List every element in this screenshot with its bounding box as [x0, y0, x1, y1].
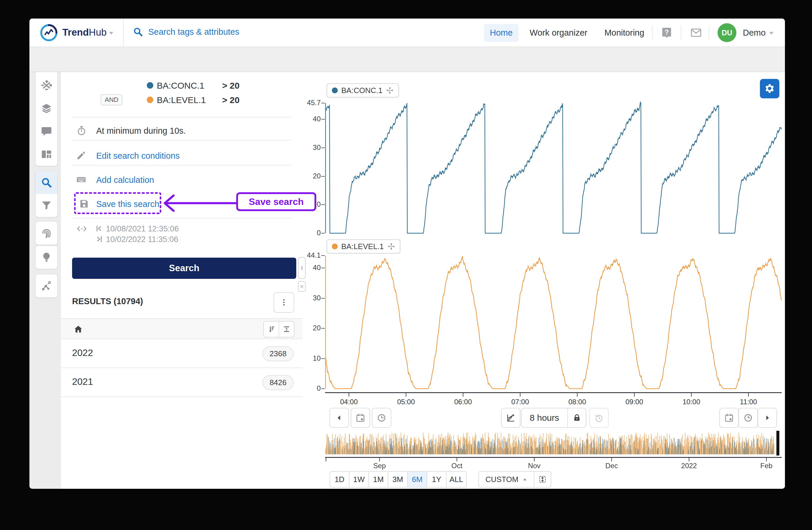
- collapse-rows-button[interactable]: [279, 322, 294, 337]
- custom-range-group: CUSTOM: [478, 471, 551, 488]
- stopwatch-icon: [76, 125, 87, 136]
- duration-text: At minimum during 10s.: [96, 126, 186, 136]
- search-conditions: BA:CONC.1> 20ANDBA:LEVEL.1> 20: [61, 72, 302, 119]
- result-count-badge: 2368: [262, 346, 294, 361]
- topbar-divider: [123, 18, 124, 47]
- condition-color-dot: [147, 82, 153, 89]
- topbar-divider: [709, 26, 709, 40]
- result-row[interactable]: 20218426: [61, 368, 302, 397]
- top-bar: TrendHub Search tags & attributes HomeWo…: [29, 18, 785, 47]
- pencil-icon: [76, 151, 86, 161]
- zoom-preset-1w[interactable]: 1W: [349, 472, 369, 487]
- custom-range-label: CUSTOM: [485, 475, 518, 484]
- global-search-field[interactable]: Search tags & attributes: [133, 27, 240, 37]
- rail-item-dashboard[interactable]: [35, 143, 57, 166]
- app-title-bold: Trend: [62, 27, 89, 38]
- overview-axis-tick: [534, 458, 535, 461]
- app-title-light: Hub: [89, 27, 107, 38]
- overview-month-label: Oct: [439, 462, 475, 470]
- overview-axis-tick: [379, 458, 380, 461]
- rail-group: [35, 275, 57, 297]
- sort-descending-button[interactable]: [264, 322, 279, 337]
- rail-item-filter[interactable]: [35, 194, 57, 217]
- overview-axis-tick: [456, 458, 457, 461]
- save-search-callout-label: Save search: [249, 196, 304, 207]
- network-icon: [41, 280, 52, 292]
- workspace-chevron-down-icon[interactable]: [108, 31, 114, 36]
- legend-chip[interactable]: BA:LEVEL.1: [327, 239, 401, 253]
- search-button[interactable]: Search: [72, 257, 296, 279]
- calculator-icon: [76, 175, 87, 185]
- edit-conditions-link[interactable]: Edit search conditions: [61, 145, 302, 166]
- annotation-arrow: [159, 191, 241, 215]
- timeline-axis: SepOctNovDec2022Feb: [302, 72, 785, 489]
- result-row-label: 2022: [72, 347, 93, 358]
- save-search-highlight-box: [74, 192, 161, 214]
- lightbulb-icon: [41, 252, 52, 263]
- nav-tab-monitoring[interactable]: Monitoring: [598, 24, 650, 42]
- app-title: TrendHub: [62, 27, 106, 38]
- user-chevron-down-icon[interactable]: [768, 31, 774, 36]
- panel-close-button[interactable]: [298, 281, 306, 292]
- rail-group: [35, 171, 57, 217]
- duration-row[interactable]: At minimum during 10s.: [61, 120, 302, 141]
- topbar-divider: [652, 26, 653, 40]
- formula-icon: [41, 80, 52, 91]
- custom-range-button[interactable]: CUSTOM: [479, 472, 534, 487]
- overview-month-label: 2022: [671, 462, 707, 470]
- condition-row[interactable]: BA:CONC.1> 20: [61, 79, 302, 93]
- tool-rail: [29, 47, 61, 489]
- panel-resize-handle[interactable]: [298, 257, 306, 279]
- rail-item-lightbulb[interactable]: [35, 246, 57, 269]
- nav-tab-home[interactable]: Home: [484, 24, 518, 42]
- overview-month-label: Feb: [749, 462, 784, 470]
- zoom-preset-1d[interactable]: 1D: [330, 472, 349, 487]
- chart-settings-button[interactable]: [760, 79, 779, 98]
- zoom-preset-3m[interactable]: 3M: [388, 472, 408, 487]
- zoom-preset-1y[interactable]: 1Y: [427, 472, 447, 487]
- avatar[interactable]: DU: [717, 23, 736, 42]
- fit-range-icon: [538, 475, 547, 484]
- condition-row[interactable]: ANDBA:LEVEL.1> 20: [61, 93, 302, 107]
- legend-tag-label: BA:CONC.1: [341, 86, 382, 95]
- range-start-icon: [95, 224, 103, 233]
- help-icon[interactable]: ?: [661, 27, 672, 39]
- time-range-icon: [76, 224, 87, 234]
- overview-axis-tick: [766, 458, 767, 461]
- results-sort-buttons: [263, 321, 294, 337]
- zoom-preset-6m[interactable]: 6M: [408, 472, 427, 487]
- logic-operator-badge: AND: [101, 94, 122, 106]
- toolbar-strip: [29, 47, 785, 72]
- condition-operator-value: > 20: [222, 81, 240, 91]
- results-table-header: [61, 318, 302, 339]
- user-menu[interactable]: Demo: [743, 28, 766, 38]
- fit-range-button[interactable]: [534, 472, 551, 487]
- app-window: TrendHub Search tags & attributes HomeWo…: [29, 18, 785, 489]
- rail-item-search[interactable]: [35, 171, 57, 194]
- results-home-icon[interactable]: [74, 325, 83, 334]
- legend-chip[interactable]: BA:CONC.1: [327, 83, 399, 97]
- zoom-preset-all[interactable]: ALL: [447, 472, 466, 487]
- nav-tab-work-organizer[interactable]: Work organizer: [524, 24, 593, 42]
- add-calculation-link[interactable]: Add calculation: [61, 169, 302, 191]
- rail-item-comment[interactable]: [35, 120, 57, 143]
- time-range-row[interactable]: 10/08/2021 12:35:06 10/02/2022 11:35:06: [61, 219, 267, 252]
- condition-operator-value: > 20: [222, 95, 240, 105]
- zoom-preset-1m[interactable]: 1M: [369, 472, 388, 487]
- overview-month-label: Dec: [594, 462, 629, 470]
- results-menu-button[interactable]: [274, 292, 294, 313]
- rail-item-network[interactable]: [35, 275, 57, 297]
- move-icon: [386, 86, 394, 94]
- result-row[interactable]: 20222368: [61, 339, 302, 368]
- rail-item-formula[interactable]: [35, 74, 57, 97]
- trendhub-logo-icon: [40, 24, 58, 42]
- rail-item-fingerprint[interactable]: [35, 222, 57, 245]
- legend-tag-label: BA:LEVEL.1: [341, 242, 384, 251]
- mail-icon[interactable]: [690, 27, 702, 39]
- range-end-icon: [95, 235, 104, 243]
- dashboard-icon: [41, 149, 52, 160]
- sort-descending-icon: [267, 325, 275, 333]
- legend-color-dot: [332, 87, 338, 93]
- rail-item-layers[interactable]: [35, 97, 57, 120]
- condition-tag-name: BA:LEVEL.1: [157, 95, 206, 105]
